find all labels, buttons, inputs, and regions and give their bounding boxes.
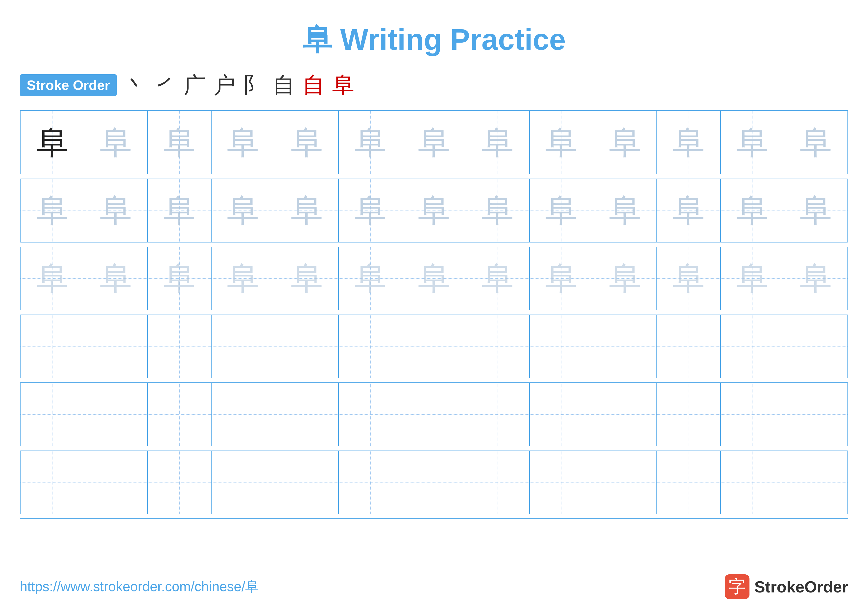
grid-cell[interactable]: 阜	[20, 179, 84, 242]
grid-cell[interactable]: 阜	[784, 247, 848, 310]
practice-char: 阜	[545, 262, 577, 294]
practice-char: 阜	[291, 194, 323, 227]
grid-cell[interactable]	[784, 314, 848, 378]
grid-cell[interactable]	[211, 382, 275, 446]
grid-cell[interactable]: 阜	[338, 247, 402, 310]
practice-char: 阜	[36, 127, 68, 159]
grid-cell[interactable]	[530, 451, 593, 514]
grid-cell[interactable]: 阜	[211, 247, 275, 310]
logo-text: StrokeOrder	[755, 578, 848, 596]
grid-cell[interactable]: 阜	[84, 247, 147, 310]
grid-cell[interactable]	[84, 451, 147, 514]
footer-url[interactable]: https://www.strokeorder.com/chinese/阜	[20, 578, 259, 596]
grid-cell[interactable]	[20, 451, 84, 514]
grid-cell[interactable]: 阜	[275, 179, 338, 242]
grid-cell[interactable]: 阜	[721, 179, 784, 242]
grid-cell[interactable]	[593, 382, 657, 446]
grid-cell[interactable]: 阜	[338, 179, 402, 242]
grid-cell[interactable]	[466, 451, 530, 514]
practice-char: 阜	[482, 127, 514, 159]
grid-cell[interactable]	[84, 314, 147, 378]
grid-cell[interactable]	[721, 382, 784, 446]
grid-cell[interactable]: 阜	[593, 179, 657, 242]
grid-cell[interactable]: 阜	[721, 247, 784, 310]
grid-cell[interactable]	[147, 382, 211, 446]
grid-cell[interactable]	[721, 314, 784, 378]
grid-cell[interactable]: 阜	[147, 179, 211, 242]
grid-cell[interactable]: 阜	[275, 111, 338, 174]
grid-cell[interactable]	[657, 451, 720, 514]
grid-cell[interactable]	[784, 382, 848, 446]
practice-char: 阜	[609, 127, 641, 159]
grid-cell[interactable]: 阜	[20, 111, 84, 174]
grid-cell[interactable]: 阜	[721, 111, 784, 174]
grid-cell[interactable]: 阜	[211, 111, 275, 174]
grid-cell[interactable]: 阜	[147, 111, 211, 174]
grid-cell[interactable]: 阜	[84, 179, 147, 242]
grid-cell[interactable]	[147, 451, 211, 514]
grid-cell[interactable]: 阜	[211, 179, 275, 242]
grid-cell[interactable]: 阜	[657, 179, 720, 242]
grid-cell[interactable]	[530, 314, 593, 378]
grid-cell[interactable]	[530, 382, 593, 446]
grid-cell[interactable]	[147, 314, 211, 378]
footer-logo: 字 StrokeOrder	[725, 574, 848, 599]
grid-cell[interactable]: 阜	[530, 247, 593, 310]
grid-cell[interactable]	[211, 314, 275, 378]
grid-cell[interactable]: 阜	[147, 247, 211, 310]
grid-cell[interactable]: 阜	[466, 247, 530, 310]
grid-cell[interactable]: 阜	[466, 179, 530, 242]
grid-cell[interactable]: 阜	[657, 111, 720, 174]
grid-cell[interactable]	[721, 451, 784, 514]
logo-char: 字	[728, 575, 746, 598]
grid-cell[interactable]: 阜	[530, 111, 593, 174]
grid-cell[interactable]	[20, 314, 84, 378]
grid-cell[interactable]	[593, 451, 657, 514]
practice-char: 阜	[609, 194, 641, 227]
grid-cell[interactable]: 阜	[657, 247, 720, 310]
grid-cell[interactable]: 阜	[20, 247, 84, 310]
stroke-step-7: 自	[302, 70, 325, 100]
grid-cell[interactable]	[211, 451, 275, 514]
grid-cell[interactable]: 阜	[402, 179, 466, 242]
grid-cell[interactable]: 阜	[338, 111, 402, 174]
grid-cell[interactable]	[593, 314, 657, 378]
grid-cell[interactable]: 阜	[84, 111, 147, 174]
grid-cell[interactable]	[657, 314, 720, 378]
grid-cell[interactable]	[275, 451, 338, 514]
page-title: 阜 Writing Practice	[0, 0, 868, 70]
stroke-step-4: 户	[213, 70, 236, 100]
grid-cell[interactable]	[784, 451, 848, 514]
grid-cell[interactable]	[402, 382, 466, 446]
grid-cell[interactable]	[338, 382, 402, 446]
practice-char: 阜	[736, 194, 768, 227]
grid-cell[interactable]	[466, 382, 530, 446]
grid-cell[interactable]	[338, 451, 402, 514]
practice-char: 阜	[354, 262, 386, 294]
practice-char: 阜	[800, 194, 832, 227]
practice-char: 阜	[673, 127, 705, 159]
grid-cell[interactable]: 阜	[784, 179, 848, 242]
grid-cell[interactable]	[275, 382, 338, 446]
grid-cell[interactable]: 阜	[402, 111, 466, 174]
practice-char: 阜	[163, 194, 195, 227]
grid-cell[interactable]: 阜	[784, 111, 848, 174]
grid-cell[interactable]	[20, 382, 84, 446]
grid-cell[interactable]: 阜	[593, 111, 657, 174]
grid-cell[interactable]	[466, 314, 530, 378]
grid-cell[interactable]: 阜	[593, 247, 657, 310]
grid-cell[interactable]: 阜	[530, 179, 593, 242]
grid-cell[interactable]	[402, 314, 466, 378]
grid-cell[interactable]	[275, 314, 338, 378]
practice-char: 阜	[673, 194, 705, 227]
grid-cell[interactable]: 阜	[275, 247, 338, 310]
grid-cell[interactable]	[657, 382, 720, 446]
grid-cell[interactable]	[84, 382, 147, 446]
grid-cell[interactable]: 阜	[402, 247, 466, 310]
grid-cell[interactable]	[338, 314, 402, 378]
stroke-step-6: 自	[273, 70, 295, 100]
grid-cell[interactable]: 阜	[466, 111, 530, 174]
practice-char: 阜	[291, 127, 323, 159]
grid-cell[interactable]	[402, 451, 466, 514]
practice-char: 阜	[291, 262, 323, 294]
